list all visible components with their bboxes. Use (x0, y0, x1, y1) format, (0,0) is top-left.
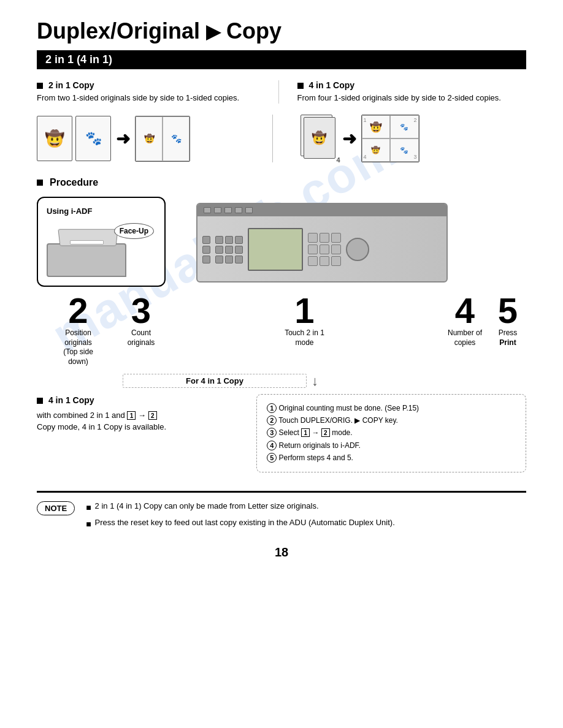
note-items: ■ 2 in 1 (4 in 1) Copy can only be made … (86, 500, 526, 534)
strip-btn-3 (224, 207, 232, 213)
doc-figure-2: 🐾 (85, 131, 102, 146)
strip-btn-5 (245, 207, 253, 213)
panel-top-strip (197, 204, 446, 216)
page-title: Duplex/Original ▶ Copy (37, 18, 526, 44)
source-doc-2: 🐾 (75, 116, 111, 161)
title-suffix: Copy (226, 18, 282, 44)
matrix-btn-5 (225, 246, 233, 254)
arrow-to-result-2in1: ➜ (116, 129, 130, 149)
doc-figure-1: 🤠 (45, 129, 64, 148)
two-in-one-title: 2 in 1 Copy (37, 80, 266, 90)
strip-btn-4 (235, 207, 242, 213)
btn-row-3 (202, 256, 210, 264)
dashed-arrow: ↓ (312, 373, 318, 389)
copy-descriptions: 2 in 1 Copy From two 1-sided originals s… (37, 80, 526, 104)
inline-2: 2 (321, 428, 330, 437)
step-3: 3 Count originals (113, 293, 169, 347)
note-text-2: Press the reset key to feed out last cop… (95, 517, 395, 531)
src-doc-b: 🤠 (304, 117, 335, 159)
instruction-item-3: 3 Select 1 → 2 mode. (267, 427, 516, 439)
adf-label: Using i-ADF (47, 207, 153, 216)
steps-row: 2 Position originals (Top side down) 3 C… (43, 293, 526, 366)
note-bullet-2: ■ (86, 517, 91, 531)
note-item-2: ■ Press the reset key to feed out last c… (86, 517, 526, 531)
matrix-btn-4 (215, 246, 223, 254)
matrix-btn-8 (225, 256, 233, 264)
diagram-row: 🤠 🐾 ➜ 🤠 🐾 🤠 (37, 115, 526, 162)
bottom-bullet (37, 398, 43, 404)
panel-btn-2a (202, 246, 210, 254)
desc1: with combined 2 in 1 and (37, 411, 125, 420)
copier-area (196, 203, 448, 282)
procedure-bullet (37, 180, 43, 186)
box-1: 1 (127, 411, 136, 420)
matrix-btn-1 (215, 236, 223, 244)
step-5: 5 PressPrint (489, 293, 526, 347)
note-section: NOTE ■ 2 in 1 (4 in 1) Copy can only be … (37, 491, 526, 534)
note-text-1: 2 in 1 (4 in 1) Copy can only be made fr… (95, 500, 319, 514)
two-in-one-diagram: 🤠 🐾 ➜ 🤠 🐾 (37, 116, 263, 162)
adf-box: Using i-ADF Face-Up (37, 197, 166, 287)
four-in-one-instruction-box: 1 Original counting must be done. (See P… (256, 394, 526, 472)
btn-row-2 (202, 246, 210, 254)
source-doc-1: 🤠 (37, 116, 72, 161)
source-docs-2in1: 🤠 🐾 (37, 116, 111, 161)
section-bar: 2 in 1 (4 in 1) (37, 50, 526, 69)
two-in-one-text: From two 1-sided originals side by side … (37, 93, 266, 104)
two-in-one-desc: 2 in 1 Copy From two 1-sided originals s… (37, 80, 279, 104)
four-in-one-diagram: 🤠 🤠 4 ➜ 🤠 1 🐾 (282, 115, 527, 162)
numkey-5 (320, 245, 329, 254)
note-item-1: ■ 2 in 1 (4 in 1) Copy can only be made … (86, 500, 526, 514)
copier-dial (346, 238, 369, 261)
inline-1: 1 (301, 428, 310, 437)
page-number: 18 (37, 545, 526, 559)
desc2: Copy mode, 4 in 1 Copy is available. (37, 422, 166, 431)
four-in-one-bottom-desc: with combined 2 in 1 and 1 → 2 Copy mode… (37, 409, 244, 433)
four-in-one-top-text: From four 1-sided originals side by side… (297, 93, 527, 104)
panel-btn-matrix (215, 236, 243, 264)
stack-count: 4 (336, 156, 340, 164)
cell-2: 🐾 2 (390, 115, 419, 138)
circle-4: 4 (267, 441, 277, 450)
arrow-to-result-4in1: ➜ (342, 129, 356, 149)
face-up-label: Face-Up (120, 227, 148, 235)
instruction-item-4: 4 Return originals to i-ADF. (267, 439, 516, 452)
for-4in1-label: For 4 in 1 Copy (123, 374, 307, 388)
cell-1: 🤠 1 (362, 115, 391, 138)
note-badge: NOTE (37, 501, 75, 515)
title-arrow-icon: ▶ (206, 21, 220, 42)
circle-1: 1 (267, 403, 277, 413)
result-4in1-wrapper: 🤠 1 🐾 2 🤠 4 🐾 3 (361, 115, 419, 162)
panel-left-buttons (202, 236, 210, 264)
btn-row-1 (202, 236, 210, 244)
panel-btn-3a (202, 256, 210, 264)
numkey-1 (308, 233, 318, 243)
numkey-3 (331, 233, 341, 243)
instruction-item-2: 2 Touch DUPLEX/ORIG. ▶ COPY key. (267, 414, 516, 427)
face-up-bubble: Face-Up (114, 223, 154, 239)
for-4in1-row: For 4 in 1 Copy ↓ (123, 373, 526, 389)
box-2: 2 (148, 411, 157, 420)
bullet-icon (37, 83, 43, 89)
note-bullet-1: ■ (86, 501, 91, 514)
four-in-one-top-label: 4 in 1 Copy (308, 80, 354, 90)
btn-group-1 (202, 236, 210, 264)
source-docs-4in1: 🤠 🤠 4 (301, 115, 337, 162)
copier-screen (248, 228, 303, 271)
panel-btn-1a (202, 236, 210, 244)
adf-paper (70, 240, 104, 245)
bottom-cols: 4 in 1 Copy with combined 2 in 1 and 1 →… (37, 394, 526, 472)
four-in-one-bottom-title: 4 in 1 Copy (37, 394, 244, 407)
instruction-item-1: 1 Original counting must be done. (See P… (267, 402, 516, 414)
result-cell-2: 🐾 (163, 116, 190, 161)
result-cell-1: 🤠 (136, 116, 163, 161)
copier-panel (196, 203, 448, 282)
cell-3: 🤠 4 (362, 138, 391, 162)
panel-body (202, 222, 369, 276)
copier-numpad (308, 233, 341, 266)
procedure-label: Procedure (50, 177, 98, 188)
step-2: 2 Position originals (Top side down) (43, 293, 113, 366)
four-in-one-desc: 4 in 1 Copy From four 1-sided originals … (279, 80, 527, 104)
step-1-area: 1 Touch 2 in 1 mode (169, 293, 440, 347)
result-4in1: 🤠 1 🐾 2 🤠 4 🐾 3 (361, 115, 419, 162)
